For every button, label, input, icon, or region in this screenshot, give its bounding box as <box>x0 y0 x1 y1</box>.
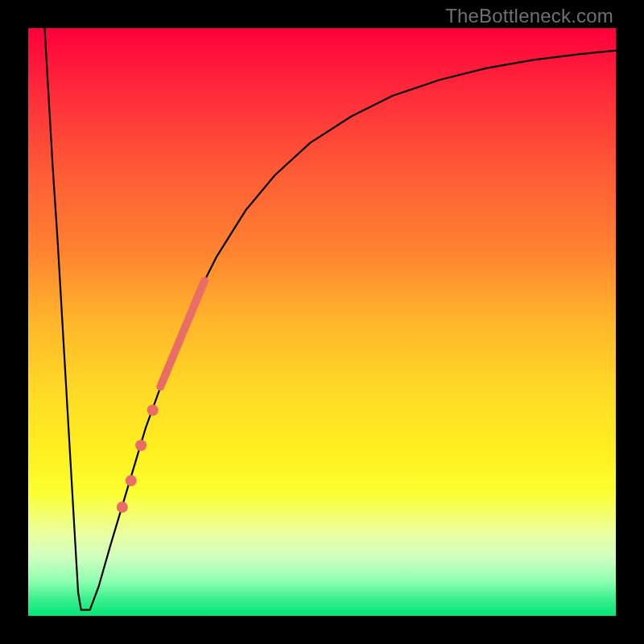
highlight-dots-point <box>147 405 159 416</box>
highlight-dots-point <box>135 440 147 451</box>
plot-area <box>28 28 616 616</box>
watermark-text: TheBottleneck.com <box>445 5 613 27</box>
highlight-dots-point <box>117 502 128 513</box>
highlight-dots-point <box>126 475 137 486</box>
chart-container: TheBottleneck.com <box>0 0 644 644</box>
